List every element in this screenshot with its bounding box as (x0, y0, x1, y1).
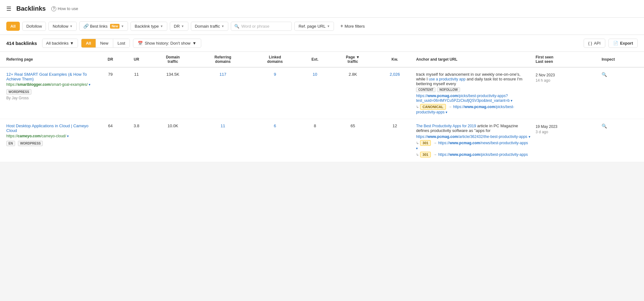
inspect-icon-1[interactable]: 🔍 (602, 72, 607, 77)
ext-1: 10 (300, 67, 330, 119)
col-ur: UR (123, 52, 150, 67)
redirect2-row: ↳ 301 → https://www.pcmag.com/picks/best… (416, 152, 530, 157)
help-icon: ? (51, 6, 56, 11)
col-domain-traffic: Domaintraffic (150, 52, 196, 67)
nofollow-tag: NOFOLLOW (437, 87, 460, 92)
wordpress-badge-2: WORDPRESS (18, 141, 43, 146)
history-caret: ▼ (192, 41, 197, 46)
top-bar: ☰ Backlinks ? How to use (0, 0, 644, 18)
canonical-arrow: → (448, 105, 452, 109)
how-to-use-label: How to use (58, 6, 78, 11)
dr-2: 64 (97, 119, 123, 162)
col-dr: DR (97, 52, 123, 67)
export-icon: 📄 (613, 41, 618, 46)
kw-1: 2,026 (376, 67, 414, 119)
redirect1-arrow: → (433, 141, 437, 145)
target-url-2: https://www.pcmag.com/article/362432/the… (416, 134, 530, 139)
url-dropdown-2[interactable]: ▾ (67, 134, 69, 138)
page-title: Backlinks (16, 5, 46, 12)
content-tag-row-1: CONTENT NOFOLLOW (416, 87, 530, 92)
page-traffic-1: 2.8K (330, 67, 376, 119)
export-button[interactable]: 📄 Export (608, 39, 638, 48)
filter-nofollow-button[interactable]: Nofollow ▼ (48, 22, 77, 31)
redirect1-url[interactable]: https://www.pcmag.com/news/best-producti… (438, 141, 528, 145)
referring-page-url-2: https://cameyo.com/cameyo-cloud/ ▾ (6, 134, 69, 138)
col-anchor-target: Anchor and target URL (414, 52, 533, 67)
filter-dofollow-button[interactable]: Dofollow (22, 22, 46, 31)
col-referring-page: Referring page (0, 52, 97, 67)
target-url-link-1[interactable]: https://www.pcmag.com/picks/best-product… (416, 94, 510, 103)
dr-caret: ▼ (181, 25, 184, 28)
tab-lost[interactable]: Lost (113, 39, 130, 47)
new-badge: New (110, 24, 120, 29)
inspect-cell-2: 🔍 (599, 119, 644, 162)
canonical-dropdown-1[interactable]: ▾ (446, 110, 447, 114)
referring-page-cell-2: Host Desktop Applications in Cloud | Cam… (0, 119, 97, 162)
canonical-row-1: ↳ CANONICAL → https://www.pcmag.com/pick… (416, 104, 530, 114)
target-url-1: https://www.pcmag.com/picks/best-product… (416, 93, 530, 103)
domain-traffic-1: 134.5K (150, 67, 196, 119)
author-1: By Jay Gross (6, 96, 95, 100)
col-linked-domains: Linkeddomains (250, 52, 300, 67)
referring-page-link-1[interactable]: 12+ Real SMART Goal Examples (& How To A… (6, 72, 95, 81)
ur-2: 3.8 (123, 119, 150, 162)
filter-ref-page-url-button[interactable]: Ref. page URL ▼ (294, 22, 334, 31)
filter-all-button[interactable]: All (6, 22, 20, 31)
badge-row-2: EN WORDPRESS (6, 140, 95, 146)
more-filters-button[interactable]: + More filters (336, 21, 369, 31)
referring-domains-1: 117 (196, 67, 250, 119)
tab-all[interactable]: All (81, 39, 96, 47)
referring-page-link-2[interactable]: Host Desktop Applications in Cloud | Cam… (6, 123, 95, 133)
api-icon: { } (588, 41, 592, 46)
ur-1: 11 (123, 67, 150, 119)
col-referring-domains: Referringdomains (196, 52, 250, 67)
inspect-cell-1: 🔍 (599, 67, 644, 119)
table-row: Host Desktop Applications in Cloud | Cam… (0, 119, 644, 162)
filter-best-links-button[interactable]: 🔗 Best links New ▼ (79, 21, 128, 31)
referring-page-cell: 12+ Real SMART Goal Examples (& How To A… (0, 67, 97, 119)
url-dropdown-1[interactable]: ▾ (89, 83, 91, 86)
tab-new[interactable]: New (96, 39, 113, 47)
anchor-link-2[interactable]: The Best Productivity Apps for 2019 (416, 124, 476, 128)
referring-domains-2: 11 (196, 119, 250, 162)
anchor-text-2: The Best Productivity Apps for 2019 arti… (416, 123, 530, 133)
redirect1-dropdown[interactable]: ▾ (416, 146, 418, 150)
target-url-dropdown-1[interactable]: ▾ (511, 99, 513, 102)
search-input[interactable] (241, 24, 288, 29)
menu-icon[interactable]: ☰ (6, 5, 11, 12)
anchor-target-cell-2: The Best Productivity Apps for 2019 arti… (414, 119, 533, 162)
col-first-last-seen: First seenLast seen (533, 52, 599, 67)
inspect-icon-2[interactable]: 🔍 (602, 123, 607, 129)
anchor-link-1[interactable]: use a productivity app (429, 77, 466, 81)
show-history-button[interactable]: 📅 Show history: Don't show ▼ (133, 39, 201, 48)
ref-page-caret: ▼ (327, 25, 330, 28)
col-kw: Kw. (376, 52, 414, 67)
filter-backlink-type-button[interactable]: Backlink type ▼ (130, 22, 167, 31)
domain-traffic-caret: ▼ (221, 25, 225, 28)
col-inspect: Inspect (599, 52, 644, 67)
table-header-row: Referring page DR UR Domaintraffic Refer… (0, 52, 644, 67)
last-seen-1: 14 h ago (536, 78, 597, 83)
link-icon: 🔗 (83, 24, 89, 29)
ext-2: 8 (300, 119, 330, 162)
calendar-icon: 📅 (138, 41, 143, 46)
target-url-dropdown-2[interactable]: ▾ (529, 135, 530, 139)
domain-traffic-2: 10.0K (150, 119, 196, 162)
redirect1-row: ↳ 301 → https://www.pcmag.com/news/best-… (416, 140, 530, 150)
filter-domain-traffic-button[interactable]: Domain traffic ▼ (191, 22, 229, 31)
target-url-link-2[interactable]: https://www.pcmag.com/article/362432/the… (416, 134, 527, 139)
how-to-use-link[interactable]: ? How to use (51, 6, 78, 11)
redirect1-arrow-icon: ↳ (416, 141, 419, 145)
sub-bar: 414 backlinks All backlinks ▼ All New Lo… (0, 35, 644, 52)
referring-page-url-1: https://smartblogger.com/smart-goal-exam… (6, 82, 91, 87)
word-phrase-search[interactable]: 🔍 (231, 22, 292, 31)
api-button[interactable]: { } API (584, 39, 605, 48)
linked-domains-1: 9 (250, 67, 300, 119)
redirect2-url[interactable]: https://www.pcmag.com/picks/best-product… (438, 152, 528, 157)
canonical-badge-1: CANONICAL (420, 104, 446, 110)
filter-dr-button[interactable]: DR ▼ (170, 22, 188, 31)
first-seen-1: 2 Nov 2023 (536, 72, 597, 78)
all-backlinks-caret: ▼ (70, 41, 74, 46)
all-backlinks-dropdown[interactable]: All backlinks ▼ (42, 39, 78, 48)
nofollow-caret: ▼ (69, 25, 73, 28)
